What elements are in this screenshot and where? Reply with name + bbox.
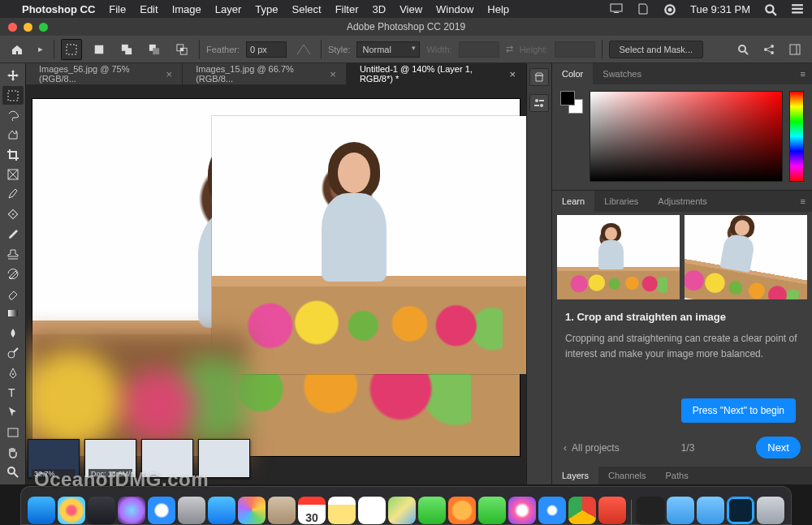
- menu-file[interactable]: File: [109, 3, 126, 15]
- options-flyout-icon[interactable]: ▸: [34, 39, 47, 60]
- blur-tool[interactable]: [2, 324, 24, 342]
- dock-photoshop[interactable]: [727, 497, 754, 524]
- dock-appstore[interactable]: [538, 497, 566, 524]
- selection-subtract-icon[interactable]: [144, 39, 165, 60]
- shape-tool[interactable]: [2, 424, 24, 441]
- fg-bg-swatch[interactable]: [560, 91, 583, 114]
- dock-facetime[interactable]: [478, 497, 506, 524]
- feather-input[interactable]: 0 px: [246, 41, 287, 58]
- menu-select[interactable]: Select: [292, 3, 321, 15]
- menu-filter[interactable]: Filter: [335, 3, 359, 15]
- dock-firefox[interactable]: [448, 497, 476, 524]
- dock-photos[interactable]: [238, 497, 266, 524]
- dock-terminal[interactable]: [637, 497, 664, 524]
- menu-3d[interactable]: 3D: [373, 3, 387, 15]
- selection-add-icon[interactable]: [116, 39, 137, 60]
- close-icon[interactable]: ×: [509, 68, 516, 80]
- type-tool[interactable]: T: [2, 384, 24, 402]
- all-projects-link[interactable]: ‹All projects: [564, 442, 620, 454]
- menu-help[interactable]: Help: [487, 3, 509, 15]
- dock-contacts[interactable]: [268, 497, 296, 524]
- lasso-tool[interactable]: [2, 106, 24, 124]
- eyedropper-tool[interactable]: [2, 186, 24, 204]
- tab-paths[interactable]: Paths: [656, 467, 698, 484]
- panel-menu-icon[interactable]: ≡: [794, 191, 812, 212]
- minimize-window-button[interactable]: [24, 23, 32, 32]
- artboard[interactable]: [32, 99, 520, 456]
- dock-trash[interactable]: [757, 497, 784, 524]
- hue-slider[interactable]: [789, 91, 804, 182]
- menubar-app[interactable]: Photoshop CC: [22, 3, 95, 15]
- dodge-tool[interactable]: [2, 344, 24, 362]
- dock-messages[interactable]: [418, 497, 446, 524]
- spotlight-icon[interactable]: [764, 3, 777, 15]
- tab-libraries[interactable]: Libraries: [594, 191, 648, 212]
- tab-learn[interactable]: Learn: [552, 191, 594, 212]
- script-icon[interactable]: [637, 3, 650, 15]
- dock-mission-control[interactable]: [88, 497, 115, 524]
- dock-itunes[interactable]: [508, 497, 536, 524]
- menu-edit[interactable]: Edit: [140, 3, 158, 15]
- history-panel-icon[interactable]: [529, 68, 549, 86]
- tab-channels[interactable]: Channels: [598, 467, 655, 484]
- home-button[interactable]: [6, 39, 28, 60]
- dock-launchpad[interactable]: [58, 497, 85, 524]
- tab-adjustments[interactable]: Adjustments: [648, 191, 717, 212]
- dock-siri[interactable]: [118, 497, 145, 524]
- dock-mail[interactable]: [208, 497, 235, 524]
- share-icon[interactable]: [758, 39, 780, 60]
- history-brush-tool[interactable]: [2, 265, 24, 282]
- menu-window[interactable]: Window: [436, 3, 473, 15]
- search-icon[interactable]: [732, 39, 754, 60]
- dock-chrome[interactable]: [568, 497, 596, 524]
- doc-tab-0[interactable]: Images_56.jpg @ 75% (RGB/8...×: [26, 63, 183, 84]
- close-window-button[interactable]: [8, 23, 17, 32]
- dock-folder2[interactable]: [697, 497, 724, 524]
- record-icon[interactable]: [663, 3, 676, 15]
- screenshare-icon[interactable]: [610, 3, 623, 15]
- tab-swatches[interactable]: Swatches: [593, 63, 651, 84]
- dock-maps[interactable]: [388, 497, 416, 524]
- dock-notes[interactable]: [328, 497, 356, 524]
- menu-view[interactable]: View: [400, 3, 422, 15]
- move-tool[interactable]: [2, 67, 24, 84]
- dock-reminders[interactable]: [358, 497, 386, 524]
- menu-layer[interactable]: Layer: [215, 3, 242, 15]
- tab-layers[interactable]: Layers: [552, 467, 598, 484]
- canvas[interactable]: [26, 84, 526, 484]
- color-picker-field[interactable]: [590, 91, 783, 182]
- dock-finder[interactable]: [28, 497, 55, 524]
- panel-menu-icon[interactable]: ≡: [794, 63, 812, 84]
- hand-tool[interactable]: [2, 443, 24, 461]
- selection-intersect-icon[interactable]: [171, 39, 192, 60]
- dock-calendar[interactable]: 30: [298, 497, 326, 524]
- doc-tab-1[interactable]: Images_15.jpg @ 66.7% (RGB/8...×: [183, 63, 347, 84]
- marquee-tool-preset-icon[interactable]: [61, 39, 82, 60]
- zoom-tool[interactable]: [2, 463, 24, 480]
- eraser-tool[interactable]: [2, 285, 24, 303]
- stamp-tool[interactable]: [2, 245, 24, 263]
- dock-settings[interactable]: [178, 497, 205, 524]
- frame-tool[interactable]: [2, 166, 24, 183]
- close-icon[interactable]: ×: [166, 68, 173, 80]
- menubar-clock[interactable]: Tue 9:31 PM: [690, 3, 750, 15]
- selection-new-icon[interactable]: [89, 39, 110, 60]
- workspace-icon[interactable]: [784, 39, 806, 60]
- dock-folder1[interactable]: [667, 497, 694, 524]
- pen-tool[interactable]: [2, 364, 24, 381]
- select-and-mask-button[interactable]: Select and Mask...: [609, 41, 704, 58]
- doc-tab-2[interactable]: Untitled-1 @ 140% (Layer 1, RGB/8*) *×: [347, 63, 526, 84]
- quick-select-tool[interactable]: [2, 126, 24, 144]
- dock-safari[interactable]: [148, 497, 175, 524]
- brush-tool[interactable]: [2, 225, 24, 243]
- menu-image[interactable]: Image: [172, 3, 201, 15]
- next-button[interactable]: Next: [756, 437, 801, 458]
- control-center-icon[interactable]: [791, 3, 804, 15]
- crop-tool[interactable]: [2, 146, 24, 164]
- rect-marquee-tool[interactable]: [2, 86, 24, 104]
- path-select-tool[interactable]: [2, 403, 24, 421]
- zoom-window-button[interactable]: [39, 23, 48, 32]
- dock-magnet[interactable]: [598, 497, 626, 524]
- properties-panel-icon[interactable]: [529, 94, 549, 112]
- menu-type[interactable]: Type: [255, 3, 278, 15]
